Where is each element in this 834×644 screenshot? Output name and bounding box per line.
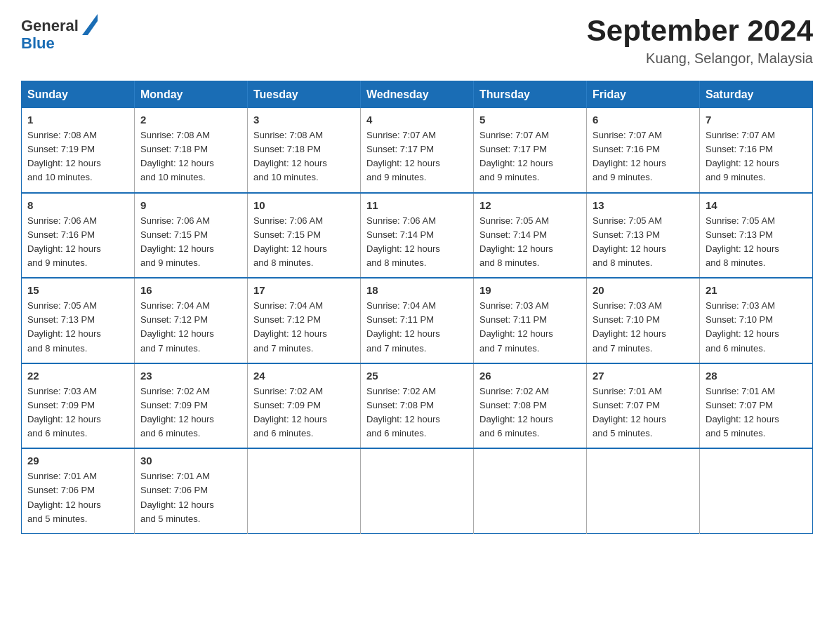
day-number: 7 [706, 114, 807, 126]
day-info: Sunrise: 7:03 AMSunset: 7:09 PMDaylight:… [27, 386, 101, 438]
day-number: 8 [27, 199, 128, 211]
calendar-cell: 25 Sunrise: 7:02 AMSunset: 7:08 PMDaylig… [361, 363, 474, 449]
day-number: 11 [366, 199, 468, 211]
weekday-header-row: SundayMondayTuesdayWednesdayThursdayFrid… [22, 81, 813, 109]
day-info: Sunrise: 7:03 AMSunset: 7:10 PMDaylight:… [706, 300, 779, 353]
calendar-cell: 22 Sunrise: 7:03 AMSunset: 7:09 PMDaylig… [22, 363, 135, 449]
day-info: Sunrise: 7:07 AMSunset: 7:17 PMDaylight:… [366, 130, 440, 182]
day-info: Sunrise: 7:04 AMSunset: 7:11 PMDaylight:… [366, 300, 440, 353]
day-info: Sunrise: 7:02 AMSunset: 7:08 PMDaylight:… [366, 386, 440, 438]
calendar-cell: 14 Sunrise: 7:05 AMSunset: 7:13 PMDaylig… [700, 193, 813, 279]
logo-triangle-icon [82, 14, 98, 35]
calendar-table: SundayMondayTuesdayWednesdayThursdayFrid… [21, 81, 813, 534]
day-info: Sunrise: 7:05 AMSunset: 7:14 PMDaylight:… [479, 215, 553, 268]
calendar-cell: 21 Sunrise: 7:03 AMSunset: 7:10 PMDaylig… [700, 278, 813, 363]
calendar-cell: 16 Sunrise: 7:04 AMSunset: 7:12 PMDaylig… [135, 278, 248, 363]
calendar-cell: 9 Sunrise: 7:06 AMSunset: 7:15 PMDayligh… [135, 193, 248, 279]
calendar-subtitle: Kuang, Selangor, Malaysia [587, 51, 813, 67]
day-number: 10 [253, 199, 355, 211]
calendar-cell: 18 Sunrise: 7:04 AMSunset: 7:11 PMDaylig… [361, 278, 474, 363]
weekday-header-wednesday: Wednesday [361, 81, 474, 109]
day-number: 3 [253, 114, 355, 126]
page-header: General Blue September 2024 Kuang, Selan… [21, 14, 813, 67]
calendar-cell: 20 Sunrise: 7:03 AMSunset: 7:10 PMDaylig… [587, 278, 700, 363]
day-number: 23 [140, 370, 241, 382]
day-info: Sunrise: 7:04 AMSunset: 7:12 PMDaylight:… [253, 300, 327, 353]
calendar-cell: 24 Sunrise: 7:02 AMSunset: 7:09 PMDaylig… [248, 363, 361, 449]
calendar-cell [587, 448, 700, 533]
day-info: Sunrise: 7:07 AMSunset: 7:17 PMDaylight:… [479, 130, 553, 182]
day-info: Sunrise: 7:01 AMSunset: 7:06 PMDaylight:… [140, 471, 214, 523]
day-number: 29 [27, 455, 128, 467]
calendar-cell: 5 Sunrise: 7:07 AMSunset: 7:17 PMDayligh… [474, 108, 587, 193]
calendar-cell: 4 Sunrise: 7:07 AMSunset: 7:17 PMDayligh… [361, 108, 474, 193]
day-number: 25 [366, 370, 468, 382]
day-info: Sunrise: 7:06 AMSunset: 7:15 PMDaylight:… [253, 215, 327, 268]
calendar-cell: 23 Sunrise: 7:02 AMSunset: 7:09 PMDaylig… [135, 363, 248, 449]
weekday-header-saturday: Saturday [700, 81, 813, 109]
calendar-week-row: 22 Sunrise: 7:03 AMSunset: 7:09 PMDaylig… [22, 363, 813, 449]
day-number: 19 [479, 284, 581, 296]
day-number: 4 [366, 114, 468, 126]
logo-general-text: General [21, 18, 79, 34]
day-info: Sunrise: 7:07 AMSunset: 7:16 PMDaylight:… [706, 130, 779, 182]
calendar-cell: 29 Sunrise: 7:01 AMSunset: 7:06 PMDaylig… [22, 448, 135, 533]
calendar-cell: 8 Sunrise: 7:06 AMSunset: 7:16 PMDayligh… [22, 193, 135, 279]
day-info: Sunrise: 7:03 AMSunset: 7:10 PMDaylight:… [593, 300, 666, 353]
logo-blue-text: Blue [21, 36, 98, 51]
calendar-cell [700, 448, 813, 533]
weekday-header-tuesday: Tuesday [248, 81, 361, 109]
weekday-header-friday: Friday [587, 81, 700, 109]
calendar-cell: 15 Sunrise: 7:05 AMSunset: 7:13 PMDaylig… [22, 278, 135, 363]
calendar-cell: 28 Sunrise: 7:01 AMSunset: 7:07 PMDaylig… [700, 363, 813, 449]
day-info: Sunrise: 7:04 AMSunset: 7:12 PMDaylight:… [140, 300, 214, 353]
day-info: Sunrise: 7:08 AMSunset: 7:19 PMDaylight:… [27, 130, 101, 182]
title-block: September 2024 Kuang, Selangor, Malaysia [587, 14, 813, 67]
day-number: 20 [593, 284, 694, 296]
day-info: Sunrise: 7:03 AMSunset: 7:11 PMDaylight:… [479, 300, 553, 353]
day-info: Sunrise: 7:06 AMSunset: 7:16 PMDaylight:… [27, 215, 101, 268]
calendar-cell [474, 448, 587, 533]
calendar-cell [248, 448, 361, 533]
calendar-week-row: 29 Sunrise: 7:01 AMSunset: 7:06 PMDaylig… [22, 448, 813, 533]
calendar-week-row: 1 Sunrise: 7:08 AMSunset: 7:19 PMDayligh… [22, 108, 813, 193]
day-number: 2 [140, 114, 241, 126]
calendar-cell: 10 Sunrise: 7:06 AMSunset: 7:15 PMDaylig… [248, 193, 361, 279]
day-number: 28 [706, 370, 807, 382]
day-info: Sunrise: 7:08 AMSunset: 7:18 PMDaylight:… [253, 130, 327, 182]
calendar-cell: 3 Sunrise: 7:08 AMSunset: 7:18 PMDayligh… [248, 108, 361, 193]
day-number: 13 [593, 199, 694, 211]
day-number: 9 [140, 199, 241, 211]
day-number: 26 [479, 370, 581, 382]
day-number: 30 [140, 455, 241, 467]
day-number: 14 [706, 199, 807, 211]
calendar-cell: 6 Sunrise: 7:07 AMSunset: 7:16 PMDayligh… [587, 108, 700, 193]
day-info: Sunrise: 7:05 AMSunset: 7:13 PMDaylight:… [706, 215, 779, 268]
weekday-header-thursday: Thursday [474, 81, 587, 109]
day-info: Sunrise: 7:02 AMSunset: 7:09 PMDaylight:… [253, 386, 327, 438]
day-number: 27 [593, 370, 694, 382]
calendar-cell: 7 Sunrise: 7:07 AMSunset: 7:16 PMDayligh… [700, 108, 813, 193]
day-info: Sunrise: 7:02 AMSunset: 7:09 PMDaylight:… [140, 386, 214, 438]
day-number: 18 [366, 284, 468, 296]
calendar-title: September 2024 [587, 14, 813, 48]
day-info: Sunrise: 7:01 AMSunset: 7:07 PMDaylight:… [593, 386, 666, 438]
day-info: Sunrise: 7:01 AMSunset: 7:07 PMDaylight:… [706, 386, 779, 438]
calendar-cell: 19 Sunrise: 7:03 AMSunset: 7:11 PMDaylig… [474, 278, 587, 363]
day-info: Sunrise: 7:05 AMSunset: 7:13 PMDaylight:… [27, 300, 101, 353]
calendar-cell: 13 Sunrise: 7:05 AMSunset: 7:13 PMDaylig… [587, 193, 700, 279]
calendar-cell: 12 Sunrise: 7:05 AMSunset: 7:14 PMDaylig… [474, 193, 587, 279]
day-number: 15 [27, 284, 128, 296]
weekday-header-sunday: Sunday [22, 81, 135, 109]
calendar-cell: 17 Sunrise: 7:04 AMSunset: 7:12 PMDaylig… [248, 278, 361, 363]
day-info: Sunrise: 7:01 AMSunset: 7:06 PMDaylight:… [27, 471, 101, 523]
calendar-week-row: 15 Sunrise: 7:05 AMSunset: 7:13 PMDaylig… [22, 278, 813, 363]
day-number: 22 [27, 370, 128, 382]
logo: General Blue [21, 14, 98, 51]
day-info: Sunrise: 7:02 AMSunset: 7:08 PMDaylight:… [479, 386, 553, 438]
calendar-cell: 2 Sunrise: 7:08 AMSunset: 7:18 PMDayligh… [135, 108, 248, 193]
day-number: 24 [253, 370, 355, 382]
day-number: 5 [479, 114, 581, 126]
day-number: 16 [140, 284, 241, 296]
day-number: 17 [253, 284, 355, 296]
